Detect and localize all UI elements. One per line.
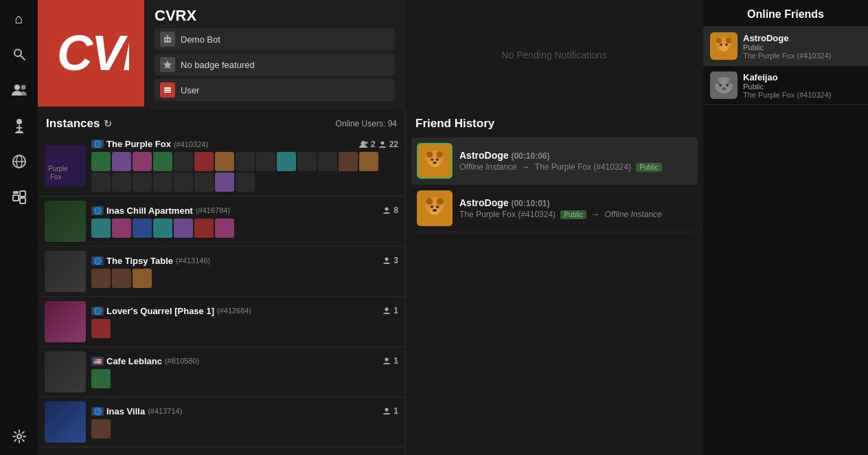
friend-history-item[interactable]: AstroDoge (00:10:06) Offline Instance → … [411,137,698,185]
friend-history-info: AstroDoge (00:10:06) Offline Instance → … [459,150,692,172]
world-type-icon: 🌐 [91,140,104,148]
friend-name: Kafeijao [743,72,861,82]
instance-item[interactable]: 🇺🇸 Cafe Leblanc (#810580) 1 [38,347,405,397]
avatar-thumb [215,173,234,192]
left-navigation: ⌂ [0,0,38,455]
svg-point-45 [437,198,444,205]
instance-item[interactable]: 🌐 Lover's Quarrel [Phase 1] (#412684) 1 [38,297,405,347]
svg-point-30 [385,258,389,261]
svg-point-63 [722,87,726,90]
svg-rect-11 [20,191,25,197]
svg-rect-13 [13,191,19,194]
world-type-icon: 🇺🇸 [91,357,104,366]
svg-point-40 [436,158,439,161]
friend-avatar [710,32,738,60]
instance-top: 🌐 The Tipsy Table (#413146) 3 [45,251,398,292]
instance-item[interactable]: 🌐 The Tipsy Table (#413146) 3 [38,247,405,297]
instance-thumbnail [45,401,86,443]
instance-count: 8 [382,206,398,215]
user-row[interactable]: User [155,79,395,101]
avatar-thumb [256,152,275,171]
instance-count: 2 22 [358,140,398,149]
notifications-pane: No Pending Notifications [405,0,703,110]
instance-count: 1 [382,306,398,315]
friends-icon[interactable] [8,78,31,102]
avatar-thumb [91,419,111,439]
friend-history-item[interactable]: AstroDoge (00:10:01) The Purple Fox (#41… [411,185,698,232]
avatar-thumb [91,369,111,388]
avatar-thumb [91,219,111,238]
friend-name: AstroDoge (00:10:06) [459,150,692,161]
avatar-thumb [339,152,358,171]
demo-bot-row[interactable]: Demo Bot [155,28,395,50]
svg-point-32 [385,358,389,362]
profile-info: CVRX Demo Bot [144,0,405,110]
user-icon [160,82,175,98]
svg-point-44 [426,198,433,205]
refresh-icon[interactable]: ↻ [104,118,112,129]
svg-line-1 [21,56,25,60]
instance-name: 🌐 Lover's Quarrel [Phase 1] (#412684) 1 [91,306,398,316]
friend-info: AstroDoge Public The Purple Fox (#410324… [743,33,861,60]
svg-point-41 [433,162,437,164]
instance-name: 🌐 Inas Chill Apartment (#416784) 8 [91,206,398,216]
friend-history-panel: Friend History [405,110,703,455]
instance-name: 🌐 Inas Villa (#413714) 1 [91,406,398,417]
instance-info: 🇺🇸 Cafe Leblanc (#810580) 1 [91,356,398,388]
world-type-icon: 🌐 [91,407,104,416]
avatars-row [91,219,398,238]
friend-location: The Purple Fox (#410324) [743,91,861,99]
friend-location: The Purple Fox (#410324) [743,52,861,60]
instance-item[interactable]: 🌐 Inas Villa (#413714) 1 [38,397,405,447]
svg-point-62 [726,84,729,87]
avatar-thumb [91,173,111,192]
svg-point-2 [14,85,20,90]
avatar-thumb [153,152,172,171]
instance-item[interactable]: Purple Fox 🌐 The Purple Fox (#410324) [38,135,405,197]
user-label: User [181,85,199,96]
avatar-thumb [277,152,296,171]
online-friends-list: AstroDoge Public The Purple Fox (#410324… [703,27,868,455]
avatar-thumb [133,152,152,171]
instance-thumbnail [45,301,86,342]
friend-status: Public [743,82,861,91]
svg-point-49 [433,209,437,212]
instances-list: Purple Fox 🌐 The Purple Fox (#410324) [38,135,405,455]
svg-text:Purple: Purple [48,165,68,173]
instance-info: 🌐 Lover's Quarrel [Phase 1] (#412684) 1 [91,306,398,338]
home-icon[interactable]: ⌂ [8,7,31,30]
friend-avatar [710,71,738,99]
svg-rect-19 [167,35,168,37]
main-content: CVR CVRX Demo Bot [38,0,703,455]
instance-name: 🌐 The Purple Fox (#410324) 2 22 [91,139,398,149]
online-friend-item[interactable]: Kafeijao Public The Purple Fox (#410324) [703,66,868,105]
svg-point-53 [726,38,731,43]
avatar-icon[interactable] [8,114,31,137]
instance-item[interactable]: 🌐 Inas Chill Apartment (#416784) 8 [38,197,405,247]
svg-point-61 [719,84,722,87]
worlds-icon[interactable] [8,150,31,173]
items-icon[interactable] [8,186,31,209]
svg-point-14 [17,434,21,439]
avatar-thumb [153,173,172,192]
svg-point-29 [385,208,389,211]
avatar-thumb [174,219,193,238]
settings-icon[interactable] [8,425,31,448]
svg-point-55 [720,43,722,46]
instance-name: 🇺🇸 Cafe Leblanc (#810580) 1 [91,356,398,366]
search-icon[interactable] [8,43,31,66]
svg-point-36 [426,151,433,157]
svg-text:Fox: Fox [50,173,62,181]
avatar-thumb [133,219,152,238]
friend-location: Offline Instance → The Purple Fox (#4103… [459,162,692,172]
bot-icon [160,32,175,47]
avatar-thumb [194,219,214,238]
instance-info: 🌐 The Purple Fox (#410324) 2 22 [91,139,398,192]
badge-row[interactable]: No badge featured [155,54,395,76]
svg-point-28 [380,141,384,144]
instance-info: 🌐 Inas Villa (#413714) 1 [91,406,398,439]
online-friend-item[interactable]: AstroDoge Public The Purple Fox (#410324… [703,27,868,66]
instance-name: 🌐 The Tipsy Table (#413146) 3 [91,256,398,266]
svg-point-52 [716,38,722,43]
avatar-thumb [112,269,131,288]
